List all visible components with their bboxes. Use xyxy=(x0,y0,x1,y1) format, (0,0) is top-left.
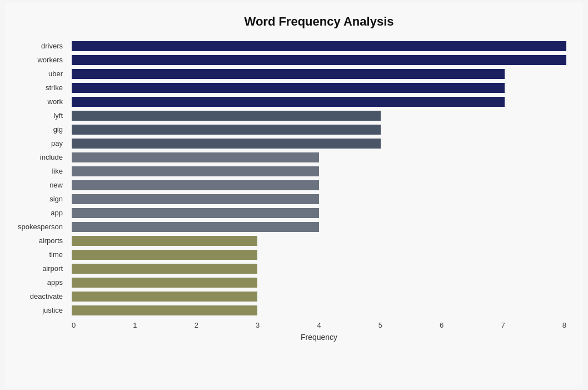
bar-label: lyft xyxy=(6,111,67,120)
chart-area: driversworkersuberstrikeworklyftgigpayin… xyxy=(72,40,566,317)
bar-fill xyxy=(72,208,319,218)
bar-wrapper xyxy=(72,235,566,247)
bar-fill xyxy=(72,152,319,162)
bar-label: strike xyxy=(6,83,67,92)
x-tick: 8 xyxy=(562,321,566,329)
bar-row: lyft xyxy=(72,110,566,122)
bar-fill xyxy=(72,194,319,204)
bar-wrapper xyxy=(72,82,566,94)
bar-fill xyxy=(72,69,505,79)
bar-label: pay xyxy=(6,139,67,147)
bar-row: work xyxy=(72,96,566,108)
bar-label: like xyxy=(6,167,67,175)
x-ticks: 012345678 xyxy=(72,321,566,329)
bar-row: new xyxy=(72,179,566,191)
bar-fill xyxy=(72,55,566,65)
bar-fill xyxy=(72,278,257,288)
bar-wrapper xyxy=(72,40,566,52)
bar-label: sign xyxy=(6,195,67,203)
bar-label: drivers xyxy=(6,42,67,50)
x-axis-label: Frequency xyxy=(72,333,566,342)
bar-label: deactivate xyxy=(6,292,67,300)
bar-label: airport xyxy=(6,264,67,273)
bar-row: sign xyxy=(72,193,566,205)
bar-label: uber xyxy=(6,70,67,78)
bar-wrapper xyxy=(72,165,566,177)
bar-row: gig xyxy=(72,124,566,136)
bar-wrapper xyxy=(72,110,566,122)
bar-fill xyxy=(72,236,257,246)
bar-row: airport xyxy=(72,263,566,275)
bar-row: include xyxy=(72,151,566,164)
bar-fill xyxy=(72,139,381,149)
x-tick: 3 xyxy=(256,321,260,329)
bar-wrapper xyxy=(72,151,566,164)
bar-fill xyxy=(72,166,319,176)
bar-label: justice xyxy=(6,306,67,314)
bar-row: justice xyxy=(72,304,566,317)
bar-fill xyxy=(72,292,257,302)
bar-wrapper xyxy=(72,193,566,205)
x-tick: 6 xyxy=(440,321,444,329)
bar-wrapper xyxy=(72,179,566,191)
bar-wrapper xyxy=(72,96,566,108)
bar-wrapper xyxy=(72,207,566,219)
bar-label: include xyxy=(6,153,67,161)
bar-wrapper xyxy=(72,304,566,317)
bar-fill xyxy=(72,264,257,274)
bar-fill xyxy=(72,41,566,51)
bar-row: app xyxy=(72,207,566,219)
bar-wrapper xyxy=(72,277,566,289)
bar-label: apps xyxy=(6,278,67,287)
bar-row: time xyxy=(72,249,566,261)
bar-fill xyxy=(72,222,319,232)
bar-label: spokesperson xyxy=(6,223,67,231)
x-tick: 7 xyxy=(501,321,505,329)
bar-label: workers xyxy=(6,56,67,64)
bar-row: uber xyxy=(72,68,566,80)
bar-label: gig xyxy=(6,125,67,134)
bar-label: new xyxy=(6,181,67,189)
bar-label: work xyxy=(6,97,67,106)
bar-fill xyxy=(72,250,257,260)
bar-fill xyxy=(72,305,257,315)
bar-fill xyxy=(72,111,381,121)
bar-row: apps xyxy=(72,277,566,289)
bar-wrapper xyxy=(72,68,566,80)
bar-label: time xyxy=(6,250,67,259)
x-axis: 012345678 Frequency xyxy=(72,321,566,338)
bar-label: airports xyxy=(6,236,67,245)
bar-row: drivers xyxy=(72,40,566,52)
bar-wrapper xyxy=(72,124,566,136)
x-tick: 1 xyxy=(133,321,137,329)
bar-row: strike xyxy=(72,82,566,94)
x-tick: 5 xyxy=(378,321,382,329)
x-tick: 4 xyxy=(317,321,321,329)
bar-row: like xyxy=(72,165,566,177)
bar-row: spokesperson xyxy=(72,221,566,233)
x-tick: 2 xyxy=(195,321,198,329)
bar-label: app xyxy=(6,209,67,217)
bar-wrapper xyxy=(72,137,566,150)
bar-row: workers xyxy=(72,54,566,66)
bar-wrapper xyxy=(72,263,566,275)
bar-wrapper xyxy=(72,221,566,233)
chart-title: Word Frequency Analysis xyxy=(72,14,566,29)
bar-row: airports xyxy=(72,235,566,247)
bar-row: pay xyxy=(72,137,566,150)
chart-container: Word Frequency Analysis driversworkersub… xyxy=(5,3,583,387)
bar-fill xyxy=(72,125,381,135)
x-tick: 0 xyxy=(72,321,76,329)
bar-wrapper xyxy=(72,290,566,303)
bar-fill xyxy=(72,180,319,190)
bar-wrapper xyxy=(72,54,566,66)
bar-wrapper xyxy=(72,249,566,261)
bar-fill xyxy=(72,97,505,107)
bar-fill xyxy=(72,83,505,93)
bar-row: deactivate xyxy=(72,290,566,303)
